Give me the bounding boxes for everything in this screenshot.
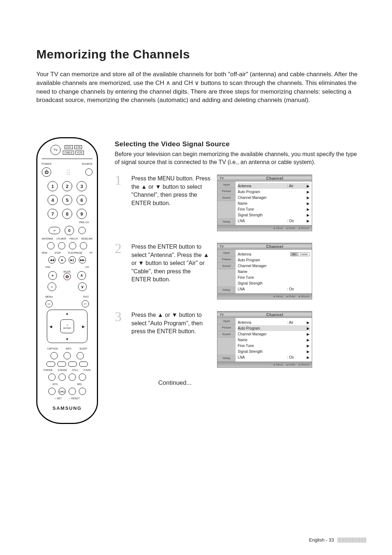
- osd-footer-item: Move: [273, 227, 283, 230]
- mode-stb: STB: [74, 145, 82, 149]
- osd-footer-item: Enter: [286, 363, 295, 366]
- mute-label: MUTE: [64, 270, 71, 273]
- arrow-icon: ▶: [305, 332, 310, 336]
- pmode-label: P.MODE: [44, 369, 53, 371]
- osd-list: Antenna: Air▶Auto Program▶Channel Manage…: [236, 318, 312, 362]
- osd-tabs: InputPictureSoundSetup: [217, 250, 236, 293]
- still-label: STILL: [72, 369, 78, 371]
- osd-tab: Picture: [217, 325, 236, 331]
- ff-icon: ▶▶: [79, 256, 86, 264]
- osd-footer: MoveEnterReturn: [217, 362, 312, 367]
- osd-row: AntennaAirCable: [238, 251, 310, 257]
- osd-row: Auto Program▶: [238, 325, 310, 331]
- osd-title: Channel: [238, 176, 312, 180]
- osd-row-value: : On: [287, 355, 305, 359]
- osd-row: LNA: On: [238, 286, 310, 292]
- step: 1Press the MENU button. Press the ▲ or ▼…: [115, 175, 363, 231]
- osd-row: Channel Manager▶: [238, 331, 310, 337]
- arrow-icon: ▶: [305, 344, 310, 348]
- osd-row-name: Fine Tune: [238, 207, 287, 211]
- osd-tv-label: TV: [217, 313, 238, 317]
- osd-row-name: Fine Tune: [238, 276, 287, 279]
- osd-row: Antenna: Air▶: [238, 319, 310, 325]
- osd-screenshot: TVChannelInputPictureSoundSetupAntennaAi…: [217, 243, 312, 299]
- footer-text: English - 33: [309, 537, 334, 543]
- vol-down: –: [48, 282, 56, 291]
- osd-tab: Sound: [217, 195, 236, 201]
- osd-row-name: Signal Strength: [238, 350, 287, 354]
- osd-row: Name▶: [238, 200, 310, 206]
- osd-tab: Setup: [217, 355, 236, 362]
- dash-button: –: [49, 227, 60, 234]
- osd-row-value: : On: [287, 219, 305, 223]
- osd-row-value: : On: [287, 287, 305, 291]
- footer-bar-icon: [338, 538, 367, 543]
- osd-row: Antenna: Air▶: [238, 183, 310, 189]
- osd-row-name: Name: [238, 338, 287, 342]
- dpad: ▲ ▼ ◀ ▶ ⏎ ENTER: [47, 310, 87, 343]
- ch-down: ∨: [78, 282, 87, 291]
- page-footer: English - 33: [309, 537, 367, 543]
- prech-button: [78, 227, 86, 234]
- arrow-icon: ▶: [305, 326, 310, 330]
- osd-row: Channel Manager: [238, 263, 310, 269]
- osd-tab: Input: [217, 250, 236, 256]
- osd-option: Cable: [298, 252, 310, 256]
- osd-row: Fine Tune▶: [238, 206, 310, 212]
- arrow-icon: ▶: [305, 213, 310, 217]
- source-button: [85, 168, 93, 176]
- arrow-icon: ▶: [305, 201, 310, 205]
- prech-label: PRE-CH: [79, 221, 89, 224]
- psize-label: P.SIZE: [83, 369, 91, 371]
- ch-label: CH: [85, 266, 89, 268]
- enter-icon: ⏎: [66, 324, 68, 326]
- mode-vcr: VCR: [75, 151, 84, 155]
- number-pad: 123 456 789: [48, 181, 87, 219]
- osd-tab: [217, 338, 236, 355]
- favch-label: FAV.CH: [70, 237, 78, 240]
- intro-paragraph: Your TV can memorize and store all of th…: [36, 70, 363, 105]
- osd-row-name: Channel Manager: [238, 196, 287, 200]
- section-heading: Selecting the Video Signal Source: [115, 140, 363, 148]
- osd-row-name: Antenna: [238, 184, 287, 188]
- osd-tab: Setup: [217, 287, 236, 293]
- arrow-icon: ▶: [305, 190, 310, 194]
- osd-title: Channel: [238, 313, 312, 317]
- vol-label: VOL: [45, 266, 50, 268]
- power-button: ⏻: [42, 167, 51, 177]
- menu-button: ▭: [45, 300, 53, 307]
- info-label: INFO: [66, 347, 72, 350]
- osd-row-name: Signal Strength: [238, 281, 287, 285]
- osd-screenshot: TVChannelInputPictureSoundSetupAntenna: …: [217, 311, 312, 368]
- sleep-label: SLEEP: [79, 347, 87, 350]
- play-icon: ▶‖: [69, 256, 76, 264]
- osd-row-value: : Air: [287, 184, 305, 188]
- reset-label: RESET: [71, 397, 79, 400]
- srs-label: SRS: [77, 383, 82, 385]
- osd-row-name: Name: [238, 270, 287, 274]
- mode-cable: CABLE: [63, 151, 74, 155]
- osd-footer-item: Move: [273, 363, 283, 366]
- antenna-label: ANTENNA: [42, 237, 53, 240]
- mute-icon: 🔇: [64, 273, 71, 280]
- step: 3Press the ▲ or ▼ button to select "Auto…: [115, 311, 363, 368]
- osd-tab: Input: [217, 318, 236, 325]
- brand-label: SAMSUNG: [53, 405, 82, 411]
- set-label: SET: [57, 397, 62, 400]
- osd-row: Auto Program▶: [238, 189, 310, 195]
- step-text: Press the ENTER button to select "Antenn…: [131, 243, 211, 283]
- arrow-icon: ▶: [305, 219, 310, 223]
- osd-row-name: Name: [238, 201, 287, 205]
- arrow-icon: ▶: [305, 184, 310, 188]
- osd-screenshot: TVChannelInputPictureSoundSetupAntenna: …: [217, 175, 312, 231]
- zero-button: 0: [65, 226, 74, 235]
- osd-row: LNA: On▶: [238, 354, 310, 360]
- vol-up: +: [48, 271, 57, 280]
- arrow-icon: ▶: [305, 321, 310, 325]
- source-label: SOURCE: [82, 163, 93, 165]
- osd-footer-item: Move: [273, 295, 283, 298]
- osd-tab: [217, 201, 236, 219]
- osd-row: Signal Strength▶: [238, 212, 310, 218]
- stop-icon: ■: [58, 256, 66, 264]
- osd-tab: Sound: [217, 331, 236, 338]
